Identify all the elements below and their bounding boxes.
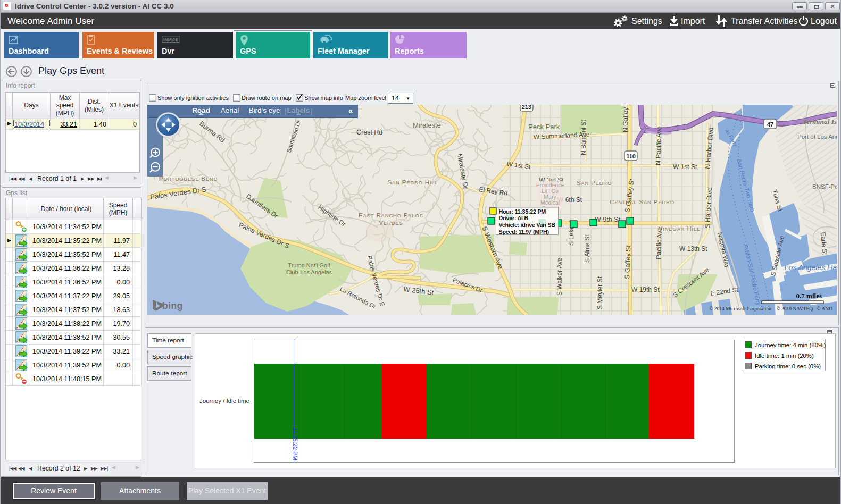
svg-text:Los Angeles Harb: Los Angeles Harb — [785, 263, 837, 272]
svg-text:Miraleste: Miraleste — [413, 121, 441, 129]
svg-text:W 19th St: W 19th St — [631, 286, 660, 293]
svg-text:|: | — [311, 107, 312, 115]
svg-text:S Alma St: S Alma St — [584, 234, 591, 263]
svg-text:Hour: 11:35:22 PM: Hour: 11:35:22 PM — [499, 208, 546, 215]
svg-text:Pacific Ave: Pacific Ave — [655, 227, 663, 259]
svg-text:EAST RANCHO PALOS: EAST RANCHO PALOS — [359, 212, 423, 219]
svg-text:|: | — [285, 107, 286, 115]
svg-text:110: 110 — [626, 153, 636, 159]
svg-text:Aerial: Aerial — [221, 106, 239, 114]
svg-text:BNSF-Port: BNSF-Port — [812, 183, 837, 190]
svg-text:Port of Los Angel: Port of Los Angel — [797, 133, 837, 140]
svg-text:«: « — [348, 106, 353, 115]
svg-text:Peck Park: Peck Park — [528, 123, 560, 131]
svg-text:CENTRAL SAN PEDRO: CENTRAL SAN PEDRO — [610, 199, 675, 205]
svg-text:Driver: Al B: Driver: Al B — [499, 215, 529, 221]
svg-text:N Pacific Ave: N Pacific Ave — [654, 126, 663, 165]
svg-text:W 9th St: W 9th St — [595, 216, 620, 223]
svg-text:W 1st St: W 1st St — [673, 163, 697, 171]
svg-text:Club-Los Angelas: Club-Los Angelas — [286, 269, 332, 275]
svg-text:bing: bing — [162, 300, 183, 311]
svg-text:Vehicle: idrive Van SB: Vehicle: idrive Van SB — [499, 222, 556, 228]
svg-text:Crest Rd: Crest Rd — [356, 129, 382, 136]
svg-text:S Walker Ave: S Walker Ave — [556, 257, 563, 296]
svg-text:© 2014 Microsoft Corporation: © 2014 Microsoft Corporation © 2010 NAVT… — [709, 306, 832, 312]
svg-text:Speed: 11.97 (MPH): Speed: 11.97 (MPH) — [499, 229, 549, 235]
svg-text:0.7 miles: 0.7 miles — [796, 292, 822, 300]
svg-text:W 13th St: W 13th St — [679, 245, 707, 253]
svg-text:N Gaffey Pl: N Gaffey Pl — [622, 105, 629, 132]
svg-text:47: 47 — [767, 121, 773, 128]
svg-text:SAN PEDRO HILL: SAN PEDRO HILL — [387, 179, 438, 186]
svg-text:MERGE: MERGE — [163, 38, 178, 41]
svg-text:SAN PEDRO: SAN PEDRO — [577, 180, 612, 186]
svg-text:Terminal Isl: Terminal Isl — [803, 117, 837, 125]
svg-text:VERDES: VERDES — [379, 220, 403, 226]
svg-text:PORTUGUESE BEND: PORTUGUESE BEND — [159, 175, 218, 182]
svg-text:S Meyler St: S Meyler St — [596, 276, 604, 309]
svg-text:S Gaffey St: S Gaffey St — [623, 245, 632, 279]
svg-text:VINEGAR HILL: VINEGAR HILL — [659, 225, 700, 232]
svg-text:Trump Nat'l Golf: Trump Nat'l Golf — [288, 262, 330, 268]
svg-text:Bird's eye: Bird's eye — [249, 106, 280, 114]
svg-text:213: 213 — [522, 105, 531, 110]
svg-text:N Bandini St: N Bandini St — [580, 120, 587, 155]
